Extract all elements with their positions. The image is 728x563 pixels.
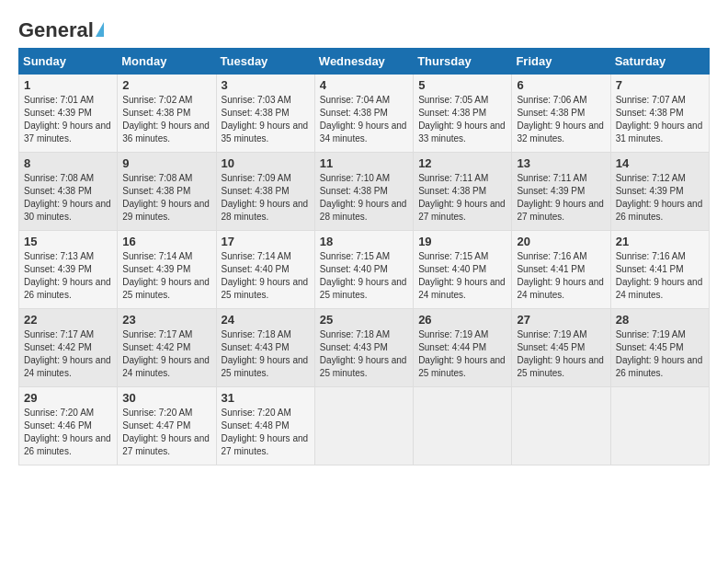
- cell-info: Sunrise: 7:13 AMSunset: 4:39 PMDaylight:…: [24, 250, 112, 302]
- day-number: 11: [320, 156, 408, 170]
- cell-info: Sunrise: 7:17 AMSunset: 4:42 PMDaylight:…: [24, 328, 112, 380]
- day-number: 28: [616, 313, 704, 327]
- day-number: 14: [616, 156, 704, 170]
- day-number: 7: [616, 78, 704, 92]
- cell-info: Sunrise: 7:18 AMSunset: 4:43 PMDaylight:…: [320, 328, 408, 380]
- calendar-cell: 12Sunrise: 7:11 AMSunset: 4:38 PMDayligh…: [414, 153, 512, 231]
- cell-info: Sunrise: 7:19 AMSunset: 4:44 PMDaylight:…: [418, 328, 506, 380]
- day-number: 1: [24, 78, 112, 92]
- cell-info: Sunrise: 7:04 AMSunset: 4:38 PMDaylight:…: [320, 94, 408, 145]
- day-number: 30: [122, 391, 210, 405]
- week-row-2: 8Sunrise: 7:08 AMSunset: 4:38 PMDaylight…: [19, 153, 710, 231]
- calendar-cell: 23Sunrise: 7:17 AMSunset: 4:42 PMDayligh…: [118, 309, 216, 387]
- cell-info: Sunrise: 7:01 AMSunset: 4:39 PMDaylight:…: [24, 94, 112, 145]
- cell-info: Sunrise: 7:14 AMSunset: 4:39 PMDaylight:…: [122, 250, 210, 302]
- calendar-cell: 25Sunrise: 7:18 AMSunset: 4:43 PMDayligh…: [314, 309, 413, 387]
- cell-info: Sunrise: 7:07 AMSunset: 4:38 PMDaylight:…: [616, 94, 704, 145]
- cell-info: Sunrise: 7:10 AMSunset: 4:38 PMDaylight:…: [320, 172, 408, 224]
- calendar-cell: 1Sunrise: 7:01 AMSunset: 4:39 PMDaylight…: [19, 75, 118, 153]
- cell-info: Sunrise: 7:06 AMSunset: 4:38 PMDaylight:…: [517, 94, 605, 145]
- header: General: [18, 18, 710, 39]
- calendar-cell: 11Sunrise: 7:10 AMSunset: 4:38 PMDayligh…: [314, 153, 413, 231]
- calendar-cell: 27Sunrise: 7:19 AMSunset: 4:45 PMDayligh…: [512, 309, 610, 387]
- day-number: 6: [517, 78, 605, 92]
- calendar-cell: [512, 387, 610, 465]
- calendar-cell: 31Sunrise: 7:20 AMSunset: 4:48 PMDayligh…: [216, 387, 314, 465]
- cell-info: Sunrise: 7:17 AMSunset: 4:42 PMDaylight:…: [122, 328, 210, 380]
- calendar-cell: 5Sunrise: 7:05 AMSunset: 4:38 PMDaylight…: [414, 75, 512, 153]
- calendar-cell: [610, 387, 709, 465]
- logo: General: [18, 18, 104, 39]
- cell-info: Sunrise: 7:02 AMSunset: 4:38 PMDaylight:…: [122, 94, 210, 145]
- logo-general: General: [18, 18, 94, 42]
- week-row-1: 1Sunrise: 7:01 AMSunset: 4:39 PMDaylight…: [19, 75, 710, 153]
- day-number: 17: [222, 235, 310, 248]
- cell-info: Sunrise: 7:09 AMSunset: 4:38 PMDaylight:…: [222, 172, 310, 224]
- cell-info: Sunrise: 7:03 AMSunset: 4:38 PMDaylight:…: [222, 94, 310, 145]
- header-cell-wednesday: Wednesday: [314, 49, 413, 75]
- calendar-cell: 17Sunrise: 7:14 AMSunset: 4:40 PMDayligh…: [216, 231, 314, 309]
- week-row-3: 15Sunrise: 7:13 AMSunset: 4:39 PMDayligh…: [19, 231, 710, 309]
- calendar-cell: 14Sunrise: 7:12 AMSunset: 4:39 PMDayligh…: [610, 153, 709, 231]
- calendar-cell: 16Sunrise: 7:14 AMSunset: 4:39 PMDayligh…: [118, 231, 216, 309]
- day-number: 21: [616, 235, 704, 248]
- calendar-cell: 29Sunrise: 7:20 AMSunset: 4:46 PMDayligh…: [19, 387, 118, 465]
- day-number: 12: [418, 156, 506, 170]
- day-number: 2: [122, 78, 210, 92]
- calendar-cell: [414, 387, 512, 465]
- cell-info: Sunrise: 7:11 AMSunset: 4:38 PMDaylight:…: [418, 172, 506, 224]
- day-number: 24: [222, 313, 310, 327]
- header-cell-saturday: Saturday: [610, 49, 709, 75]
- cell-info: Sunrise: 7:20 AMSunset: 4:47 PMDaylight:…: [122, 407, 210, 458]
- cell-info: Sunrise: 7:18 AMSunset: 4:43 PMDaylight:…: [222, 328, 310, 380]
- calendar-cell: [314, 387, 413, 465]
- calendar-cell: 15Sunrise: 7:13 AMSunset: 4:39 PMDayligh…: [19, 231, 118, 309]
- day-number: 23: [122, 313, 210, 327]
- calendar-cell: 7Sunrise: 7:07 AMSunset: 4:38 PMDaylight…: [610, 75, 709, 153]
- cell-info: Sunrise: 7:12 AMSunset: 4:39 PMDaylight:…: [616, 172, 704, 224]
- day-number: 9: [122, 156, 210, 170]
- calendar-cell: 20Sunrise: 7:16 AMSunset: 4:41 PMDayligh…: [512, 231, 610, 309]
- calendar-cell: 2Sunrise: 7:02 AMSunset: 4:38 PMDaylight…: [118, 75, 216, 153]
- header-cell-monday: Monday: [118, 49, 216, 75]
- calendar-cell: 6Sunrise: 7:06 AMSunset: 4:38 PMDaylight…: [512, 75, 610, 153]
- calendar-cell: 4Sunrise: 7:04 AMSunset: 4:38 PMDaylight…: [314, 75, 413, 153]
- cell-info: Sunrise: 7:15 AMSunset: 4:40 PMDaylight:…: [418, 250, 506, 302]
- day-number: 13: [517, 156, 605, 170]
- cell-info: Sunrise: 7:19 AMSunset: 4:45 PMDaylight:…: [517, 328, 605, 380]
- day-number: 22: [24, 313, 112, 327]
- calendar-cell: 24Sunrise: 7:18 AMSunset: 4:43 PMDayligh…: [216, 309, 314, 387]
- header-cell-friday: Friday: [512, 49, 610, 75]
- day-number: 20: [517, 235, 605, 248]
- calendar-cell: 22Sunrise: 7:17 AMSunset: 4:42 PMDayligh…: [19, 309, 118, 387]
- cell-info: Sunrise: 7:14 AMSunset: 4:40 PMDaylight:…: [222, 250, 310, 302]
- day-number: 19: [418, 235, 506, 248]
- calendar-table: SundayMondayTuesdayWednesdayThursdayFrid…: [18, 48, 710, 465]
- day-number: 5: [418, 78, 506, 92]
- day-number: 3: [222, 78, 310, 92]
- day-number: 4: [320, 78, 408, 92]
- week-row-5: 29Sunrise: 7:20 AMSunset: 4:46 PMDayligh…: [19, 387, 710, 465]
- cell-info: Sunrise: 7:05 AMSunset: 4:38 PMDaylight:…: [418, 94, 506, 145]
- calendar-cell: 19Sunrise: 7:15 AMSunset: 4:40 PMDayligh…: [414, 231, 512, 309]
- calendar-cell: 3Sunrise: 7:03 AMSunset: 4:38 PMDaylight…: [216, 75, 314, 153]
- header-cell-thursday: Thursday: [414, 49, 512, 75]
- cell-info: Sunrise: 7:19 AMSunset: 4:45 PMDaylight:…: [616, 328, 704, 380]
- cell-info: Sunrise: 7:08 AMSunset: 4:38 PMDaylight:…: [24, 172, 112, 224]
- cell-info: Sunrise: 7:11 AMSunset: 4:39 PMDaylight:…: [517, 172, 605, 224]
- calendar-cell: 13Sunrise: 7:11 AMSunset: 4:39 PMDayligh…: [512, 153, 610, 231]
- day-number: 29: [24, 391, 112, 405]
- calendar-cell: 21Sunrise: 7:16 AMSunset: 4:41 PMDayligh…: [610, 231, 709, 309]
- calendar-cell: 8Sunrise: 7:08 AMSunset: 4:38 PMDaylight…: [19, 153, 118, 231]
- cell-info: Sunrise: 7:16 AMSunset: 4:41 PMDaylight:…: [616, 250, 704, 302]
- calendar-cell: 28Sunrise: 7:19 AMSunset: 4:45 PMDayligh…: [610, 309, 709, 387]
- day-number: 27: [517, 313, 605, 327]
- calendar-cell: 18Sunrise: 7:15 AMSunset: 4:40 PMDayligh…: [314, 231, 413, 309]
- header-cell-sunday: Sunday: [19, 49, 118, 75]
- day-number: 15: [24, 235, 112, 248]
- calendar-cell: 30Sunrise: 7:20 AMSunset: 4:47 PMDayligh…: [118, 387, 216, 465]
- cell-info: Sunrise: 7:15 AMSunset: 4:40 PMDaylight:…: [320, 250, 408, 302]
- header-row: SundayMondayTuesdayWednesdayThursdayFrid…: [19, 49, 710, 75]
- cell-info: Sunrise: 7:20 AMSunset: 4:46 PMDaylight:…: [24, 407, 112, 458]
- cell-info: Sunrise: 7:08 AMSunset: 4:38 PMDaylight:…: [122, 172, 210, 224]
